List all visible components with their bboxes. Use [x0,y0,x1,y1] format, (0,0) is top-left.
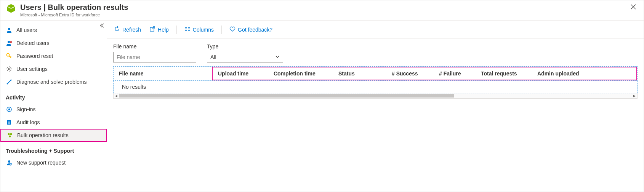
type-filter-select[interactable]: All [207,52,283,62]
sidebar: All users Deleted users Password reset U… [0,21,107,192]
help-button[interactable]: Help [147,24,171,35]
svg-text:?: ? [10,163,11,165]
highlighted-columns: Upload time Completion time Status # Suc… [212,67,637,80]
columns-icon [184,26,191,33]
type-filter-label: Type [207,43,283,50]
page-header: Users | Bulk operation results Microsoft… [0,0,644,21]
sidebar-item-diagnose[interactable]: Diagnose and solve problems [0,75,107,88]
heart-icon [229,26,235,33]
user-x-icon [6,40,13,46]
column-header-status[interactable]: Status [333,67,386,80]
main-content: Refresh Help Columns Got feedback? [107,21,644,192]
toolbar-separator [176,26,177,34]
results-table: File name Upload time Completion time St… [113,66,638,99]
sidebar-item-all-users[interactable]: All users [0,24,107,37]
horizontal-scrollbar[interactable]: ◄ ► [113,93,638,99]
svg-point-15 [7,83,8,85]
columns-button[interactable]: Columns [182,24,216,35]
key-icon [6,53,13,59]
sidebar-group-support: Troubleshooting + Support [0,142,107,156]
sidebar-item-new-support-request[interactable]: ? New support request [0,156,107,169]
collapse-sidebar-button[interactable] [99,23,104,29]
columns-label: Columns [193,27,214,33]
svg-line-11 [7,67,8,68]
svg-point-22 [8,133,10,135]
sidebar-item-label: Diagnose and solve problems [16,79,87,85]
signin-icon [6,106,13,112]
scroll-left-arrow[interactable]: ◄ [114,93,119,98]
bulk-icon [6,132,13,138]
gear-icon [6,66,13,72]
sidebar-item-password-reset[interactable]: Password reset [0,50,107,62]
svg-line-13 [7,70,8,71]
sidebar-item-bulk-operation-results[interactable]: Bulk operation results [0,129,107,142]
column-header-admin-uploaded[interactable]: Admin uploaded [532,67,636,80]
support-icon: ? [6,160,13,166]
sidebar-item-label: New support request [16,160,66,166]
filename-filter-label: File name [113,43,196,50]
page-subtitle: Microsoft - Microsoft Entra ID for workf… [20,13,628,17]
sidebar-group-activity: Activity [0,88,107,103]
toolbar: Refresh Help Columns Got feedback? [107,21,644,39]
sidebar-item-label: Password reset [16,53,53,59]
filename-filter-input[interactable] [113,52,196,62]
sidebar-item-label: Deleted users [16,40,49,46]
svg-point-24 [9,136,11,138]
svg-point-6 [8,68,10,70]
svg-point-25 [8,160,10,163]
table-header-row: File name Upload time Completion time St… [113,66,638,81]
refresh-label: Refresh [122,27,141,33]
help-label: Help [158,27,169,33]
sidebar-item-label: User settings [16,66,48,72]
scrollbar-thumb[interactable] [119,94,454,98]
refresh-icon [114,26,120,33]
sidebar-item-label: All users [16,27,37,33]
scroll-right-arrow[interactable]: ► [632,93,637,98]
log-icon [6,119,13,125]
feedback-label: Got feedback? [238,27,272,33]
sidebar-item-label: Sign-ins [16,106,36,112]
refresh-button[interactable]: Refresh [112,24,143,35]
no-results-text: No results [114,81,637,93]
svg-point-3 [8,28,10,30]
sidebar-item-label: Audit logs [16,119,40,125]
toolbar-separator [221,26,222,34]
svg-line-12 [11,70,11,71]
tools-icon [6,79,13,85]
svg-line-14 [11,67,11,68]
sidebar-item-sign-ins[interactable]: Sign-ins [0,103,107,116]
app-icon [6,3,16,15]
sidebar-item-audit-logs[interactable]: Audit logs [0,116,107,129]
svg-point-23 [10,133,12,135]
feedback-button[interactable]: Got feedback? [227,24,275,35]
column-header-completion-time[interactable]: Completion time [268,67,333,80]
user-icon [6,27,13,33]
column-header-upload-time[interactable]: Upload time [213,67,268,80]
chevron-down-icon [275,54,280,60]
svg-point-4 [8,41,10,43]
table-body: No results [113,81,638,93]
sidebar-item-label: Bulk operation results [17,132,69,138]
sidebar-item-user-settings[interactable]: User settings [0,62,107,75]
column-header-total-requests[interactable]: Total requests [476,67,532,80]
type-filter-value: All [210,54,216,60]
external-link-icon [149,26,155,33]
column-header-failure[interactable]: # Failure [434,67,476,80]
close-button[interactable] [628,3,638,13]
filter-row: File name Type All [107,39,644,66]
column-header-file-name[interactable]: File name [114,67,212,80]
page-title: Users | Bulk operation results [20,3,628,12]
sidebar-item-deleted-users[interactable]: Deleted users [0,37,107,50]
svg-point-16 [11,80,12,81]
column-header-success[interactable]: # Success [386,67,434,80]
